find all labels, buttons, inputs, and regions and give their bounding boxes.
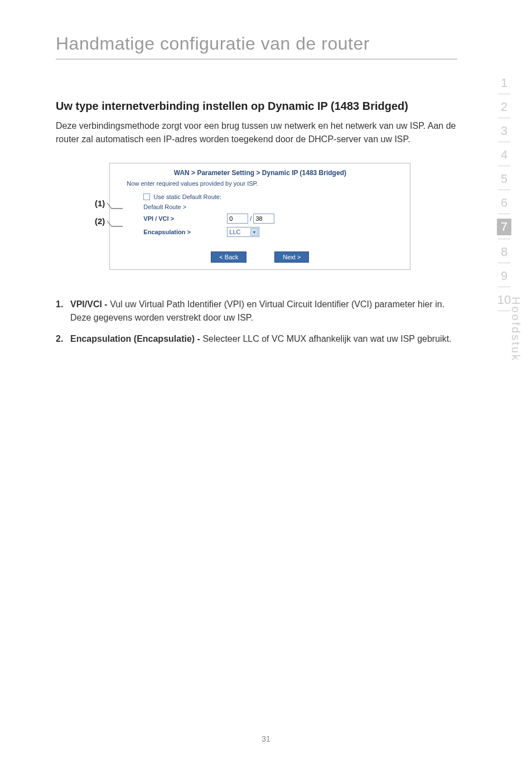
callout-1: (1) [95,199,105,208]
encapsulation-label: Encapsulation > [143,229,227,235]
screenshot-wrapper: (1) (2) WAN > Parameter Setting > Dynami… [95,163,476,270]
next-button[interactable]: Next > [274,251,309,263]
section-heading: Uw type internetverbinding instellen op … [56,99,446,114]
encapsulation-select[interactable]: LLC ▾ [227,227,259,237]
side-nav-vertical-text: Hoofdstuk [509,297,522,362]
list-item: 2. Encapsulation (Encapsulatie) - Select… [56,332,463,346]
side-nav-9: 9 [501,265,507,284]
side-nav-7-active: 7 [497,219,511,235]
vpi-vci-label: VPI / VCI > [143,215,227,222]
panel-breadcrumb: WAN > Parameter Setting > Dynamic IP (14… [110,163,410,180]
vci-input[interactable] [253,214,274,224]
encapsulation-value: LLC [229,229,240,235]
default-route-label: Default Route > [143,204,227,210]
side-nav-separator [498,311,510,311]
settings-panel: WAN > Parameter Setting > Dynamic IP (14… [109,163,410,270]
side-nav-5: 5 [501,168,507,187]
side-nav-8: 8 [501,241,507,260]
side-nav-4: 4 [501,144,507,163]
use-static-label: Use static Default Route: [153,193,221,200]
side-nav-3: 3 [501,120,507,139]
use-static-row: Use static Default Route: [143,193,393,200]
item2-body: Selecteer LLC of VC MUX afhankelijk van … [202,334,451,343]
page-number: 31 [0,734,532,743]
side-nav-separator [498,94,510,94]
back-button[interactable]: < Back [211,251,246,263]
intro-paragraph: Deze verbindingsmethode zorgt voor een b… [56,119,468,146]
item2-lead: Encapsulation (Encapsulatie) - [70,334,202,343]
side-nav-2: 2 [501,96,507,115]
instruction-list: 1. VPI/VCI - Vul uw Virtual Path Identif… [56,298,463,346]
chapter-title: Handmatige configuratie van de router [56,33,476,54]
callout-1-label: (1) [95,199,105,208]
item1-body: Vul uw Virtual Path Identifier (VPI) en … [70,299,444,322]
vpi-input[interactable] [227,214,248,224]
callout-2: (2) [95,216,105,226]
side-nav-separator [498,239,510,239]
side-nav-separator [498,263,510,263]
item1-number: 1. [56,298,70,325]
chevron-down-icon: ▾ [250,228,258,236]
title-underline [56,59,457,60]
side-nav-separator [498,287,510,287]
side-nav-separator [498,142,510,142]
panel-subtext: Now enter required values provided by yo… [110,180,410,191]
list-item: 1. VPI/VCI - Vul uw Virtual Path Identif… [56,298,463,325]
side-nav-6: 6 [501,192,507,211]
callout-2-label: (2) [95,216,105,226]
side-nav-separator [498,190,510,190]
item2-number: 2. [56,332,70,346]
side-nav-separator [498,166,510,166]
use-static-checkbox[interactable] [143,193,150,200]
side-nav-separator [498,118,510,118]
side-nav-1: 1 [501,72,507,91]
vpi-vci-row: VPI / VCI > / [143,214,393,224]
default-route-row: Default Route > [143,204,393,210]
side-nav: 1 2 3 4 5 6 7 8 9 10 Hoofdstuk [493,72,515,313]
vpi-vci-separator: / [250,215,252,222]
item1-lead: VPI/VCI - [70,299,110,309]
side-nav-separator [498,214,510,214]
encapsulation-row: Encapsulation > LLC ▾ [143,227,393,237]
